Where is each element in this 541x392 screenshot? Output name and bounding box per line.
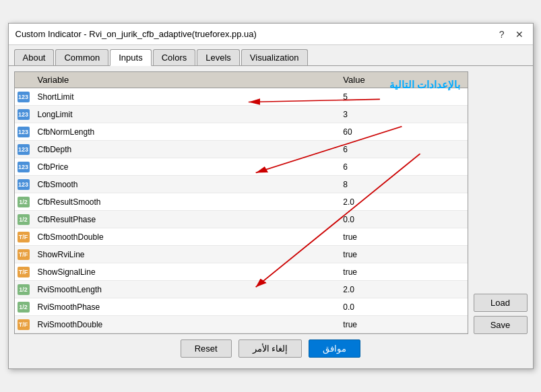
row-variable: CfbResultPhase <box>32 211 338 228</box>
col-variable: Variable <box>32 72 338 88</box>
bottom-bar: Reset إلغاء الأمر موافق <box>14 334 528 363</box>
cancel-button[interactable]: إلغاء الأمر <box>238 339 303 358</box>
row-icon: T/F <box>15 263 32 281</box>
row-variable: LongLimit <box>32 106 338 123</box>
row-value: 60 <box>338 123 467 141</box>
row-variable: RviSmoothLength <box>32 281 338 298</box>
row-variable: CfbNormLength <box>32 123 338 141</box>
row-icon: T/F <box>15 228 32 246</box>
row-value: 2.0 <box>338 281 467 298</box>
help-button[interactable]: ? <box>497 29 507 40</box>
title-bar-controls: ? ✕ <box>497 29 526 40</box>
row-variable: RviSmoothDouble <box>32 316 338 333</box>
row-value: 3 <box>338 106 467 123</box>
table-row[interactable]: T/FShowSignalLinetrue <box>15 263 468 281</box>
table-header-row: Variable Value <box>15 72 468 88</box>
row-value: 2.0 <box>338 193 467 211</box>
close-button[interactable]: ✕ <box>513 29 526 40</box>
sidebar-buttons: Load Save <box>474 71 528 334</box>
row-value: true <box>338 316 467 333</box>
col-icon <box>15 72 32 88</box>
row-value: true <box>338 263 467 281</box>
col-value: Value <box>338 72 467 88</box>
dialog-title: Custom Indicator - Rvi_on_jurik_cfb_adap… <box>15 29 257 39</box>
table-row[interactable]: 123CfbDepth6 <box>15 141 468 158</box>
table-row[interactable]: T/FShowRviLinetrue <box>15 246 468 263</box>
row-icon: 1/2 <box>15 281 32 298</box>
table-row[interactable]: 1/2RviSmoothPhase0.0 <box>15 298 468 316</box>
table-row[interactable]: 123CfbNormLength60 <box>15 123 468 141</box>
content-area: بالإعدادات التالية <box>9 66 533 368</box>
table-row[interactable]: 123CfbPrice6 <box>15 158 468 176</box>
row-variable: ShowRviLine <box>32 246 338 263</box>
load-button[interactable]: Load <box>474 294 528 312</box>
row-variable: ShowSignalLine <box>32 263 338 281</box>
row-icon: T/F <box>15 316 32 333</box>
variables-table-container: بالإعدادات التالية <box>14 71 468 334</box>
table-row[interactable]: T/FRviSmoothDoubletrue <box>15 316 468 333</box>
tab-levels[interactable]: Levels <box>197 49 240 65</box>
row-variable: CfbSmoothDouble <box>32 228 338 246</box>
row-icon: 123 <box>15 88 32 106</box>
tab-visualization[interactable]: Visualization <box>241 49 308 65</box>
row-value: true <box>338 228 467 246</box>
table-row[interactable]: 1/2CfbResultPhase0.0 <box>15 211 468 228</box>
row-value: 6 <box>338 158 467 176</box>
table-row[interactable]: 1/2CfbResultSmooth2.0 <box>15 193 468 211</box>
row-value: 0.0 <box>338 298 467 316</box>
row-icon: 123 <box>15 158 32 176</box>
row-variable: CfbSmooth <box>32 176 338 193</box>
row-value: 5 <box>338 88 467 106</box>
row-icon: 123 <box>15 176 32 193</box>
row-variable: CfbResultSmooth <box>32 193 338 211</box>
row-icon: 123 <box>15 106 32 123</box>
table-row[interactable]: T/FCfbSmoothDoubletrue <box>15 228 468 246</box>
row-icon: 1/2 <box>15 193 32 211</box>
main-area: بالإعدادات التالية <box>14 71 528 334</box>
row-icon: 1/2 <box>15 298 32 316</box>
reset-button[interactable]: Reset <box>181 339 232 358</box>
tab-inputs[interactable]: Inputs <box>110 49 151 66</box>
row-variable: RviSmoothPhase <box>32 298 338 316</box>
table-row[interactable]: 123CfbSmooth8 <box>15 176 468 193</box>
row-variable: CfbPrice <box>32 158 338 176</box>
row-value: 6 <box>338 141 467 158</box>
row-value: true <box>338 246 467 263</box>
table-row[interactable]: 1/2RviSmoothLength2.0 <box>15 281 468 298</box>
tab-common[interactable]: Common <box>55 49 108 65</box>
row-icon: T/F <box>15 246 32 263</box>
row-icon: 123 <box>15 123 32 141</box>
dialog: Custom Indicator - Rvi_on_jurik_cfb_adap… <box>8 23 534 369</box>
tab-bar: About Common Inputs Colors Levels Visual… <box>9 45 533 66</box>
row-variable: CfbDepth <box>32 141 338 158</box>
table-row[interactable]: 123LongLimit3 <box>15 106 468 123</box>
row-icon: 123 <box>15 141 32 158</box>
table-row[interactable]: 123ShortLimit5 <box>15 88 468 106</box>
tab-colors[interactable]: Colors <box>153 49 196 65</box>
row-icon: 1/2 <box>15 211 32 228</box>
save-button[interactable]: Save <box>474 316 528 334</box>
row-variable: ShortLimit <box>32 88 338 106</box>
variables-table: Variable Value 123ShortLimit5123LongLimi… <box>15 72 468 333</box>
tab-about[interactable]: About <box>14 49 55 65</box>
ok-button[interactable]: موافق <box>309 339 360 358</box>
row-value: 0.0 <box>338 211 467 228</box>
row-value: 8 <box>338 176 467 193</box>
title-bar: Custom Indicator - Rvi_on_jurik_cfb_adap… <box>9 24 533 45</box>
